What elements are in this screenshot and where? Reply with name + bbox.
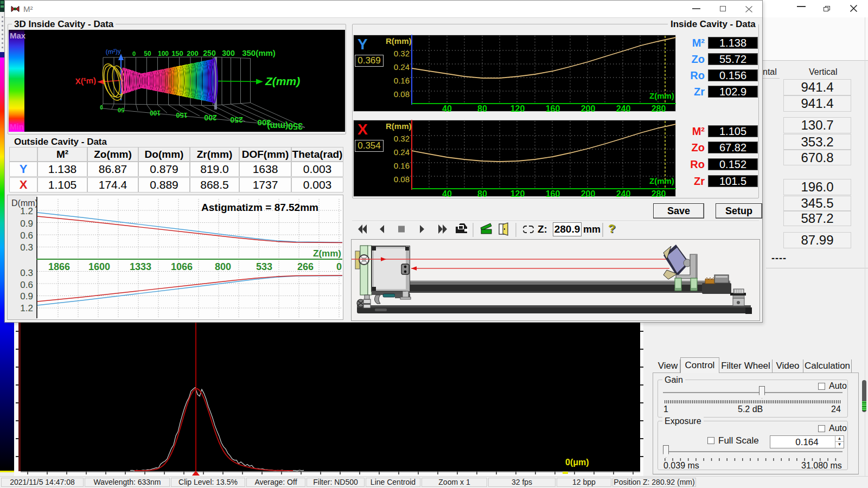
- svg-text:0.6: 0.6: [20, 230, 33, 241]
- svg-text:250: 250: [230, 115, 243, 124]
- svg-text:1333: 1333: [130, 261, 151, 272]
- svg-text:150: 150: [171, 49, 183, 57]
- svg-text:1066: 1066: [171, 261, 193, 272]
- svg-text:0.9: 0.9: [20, 219, 33, 229]
- svg-text:350(mm): 350(mm): [267, 121, 303, 131]
- svg-text:266: 266: [297, 261, 314, 272]
- svg-text:200: 200: [204, 113, 217, 122]
- svg-text:800: 800: [215, 261, 231, 272]
- svg-text:0.6: 0.6: [20, 280, 33, 290]
- svg-text:Z(mm): Z(mm): [313, 248, 341, 259]
- svg-text:350(mm): 350(mm): [242, 48, 276, 57]
- svg-text:Astigmatizm = 87.52mm: Astigmatizm = 87.52mm: [201, 202, 318, 213]
- svg-text:200: 200: [187, 49, 199, 57]
- svg-text:300: 300: [222, 49, 235, 57]
- svg-text:50: 50: [118, 107, 124, 113]
- svg-text:100: 100: [158, 50, 169, 57]
- svg-text:100: 100: [150, 109, 161, 117]
- svg-text:0.9: 0.9: [20, 291, 33, 301]
- svg-text:1.2: 1.2: [20, 206, 33, 216]
- svg-text:1866: 1866: [48, 261, 70, 272]
- svg-text:0.3: 0.3: [20, 242, 33, 253]
- svg-text:150: 150: [176, 111, 188, 119]
- svg-text:250: 250: [203, 49, 216, 57]
- svg-text:0: 0: [336, 261, 342, 272]
- svg-text:533: 533: [256, 261, 272, 272]
- svg-text:Z(mm): Z(mm): [265, 75, 300, 87]
- svg-text:50: 50: [144, 50, 151, 57]
- svg-text:0: 0: [132, 50, 136, 57]
- svg-text:(m²)y: (m²)y: [105, 47, 121, 56]
- svg-text:1.2: 1.2: [20, 303, 33, 313]
- svg-text:1600: 1600: [88, 261, 110, 272]
- svg-text:(m²)X: (m²)X: [75, 75, 96, 86]
- svg-text:0.3: 0.3: [20, 268, 33, 278]
- svg-text:0: 0: [100, 104, 103, 110]
